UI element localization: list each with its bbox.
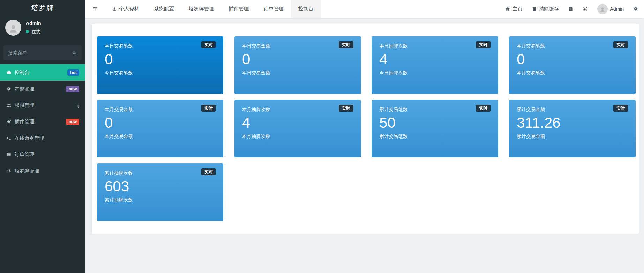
- stat-card-value: 311.26: [517, 115, 628, 131]
- sidebar-menu-item[interactable]: 塔罗牌管理: [0, 163, 85, 179]
- menu-item-label: 插件管理: [15, 119, 34, 125]
- stat-card-value: 0: [242, 51, 353, 68]
- menu-item-label: 在线命令管理: [15, 135, 44, 141]
- navbar-tab[interactable]: 控制台: [291, 0, 321, 18]
- sidebar-menu-item[interactable]: 订单管理: [0, 146, 85, 163]
- navbar-user-name: Admin: [610, 6, 624, 12]
- stat-card-value: 603: [105, 178, 216, 195]
- realtime-badge: 实时: [339, 41, 353, 48]
- person-icon: [8, 21, 19, 35]
- realtime-badge: 实时: [201, 168, 216, 175]
- stat-card-label: 累计交易金额: [517, 133, 628, 140]
- home-button[interactable]: 主页: [505, 6, 522, 12]
- user-name: Admin: [26, 21, 41, 26]
- stat-card-title: 累计交易笔数: [379, 105, 408, 113]
- stat-card[interactable]: 本月交易金额 实时 0 本月交易金额: [97, 100, 223, 157]
- expand-icon: [583, 6, 588, 12]
- stat-card-value: 50: [379, 115, 491, 131]
- menu-item-label: 订单管理: [15, 152, 34, 158]
- realtime-badge: 实时: [201, 105, 216, 112]
- sidebar-menu-item[interactable]: 权限管理 ‹: [0, 97, 85, 113]
- navbar-tab-label: 系统配置: [154, 6, 174, 12]
- stat-card-value: 0: [105, 51, 216, 68]
- sidebar-menu-item[interactable]: 常规管理 new: [0, 81, 85, 97]
- home-label: 主页: [513, 6, 522, 12]
- gear-icon: [633, 6, 638, 12]
- stat-card[interactable]: 本日交易笔数 实时 0 今日交易笔数: [97, 36, 223, 94]
- sidebar: 塔罗牌 Admin 在线 控制台 hot 常规管理 new: [0, 0, 85, 273]
- user-menu[interactable]: Admin: [597, 4, 624, 14]
- sidebar-menu-item[interactable]: 在线命令管理: [0, 130, 85, 146]
- rocket-icon: [6, 119, 15, 124]
- sidebar-search: [3, 45, 82, 60]
- navbar-tab[interactable]: 塔罗牌管理: [181, 0, 221, 18]
- chevron-left-icon: ‹: [77, 102, 79, 109]
- stat-card-title: 本日交易笔数: [105, 41, 133, 49]
- clear-cache-button[interactable]: 清除缓存: [532, 6, 559, 12]
- menu-item-label: 常规管理: [15, 86, 34, 92]
- stat-card-label: 本月交易笔数: [517, 70, 628, 76]
- sidebar-toggle-button[interactable]: [85, 0, 105, 18]
- tarot-icon: [6, 168, 15, 174]
- fullscreen-button[interactable]: [583, 6, 588, 12]
- stat-card[interactable]: 本月交易笔数 实时 0 本月交易笔数: [509, 36, 636, 94]
- stat-card-value: 0: [105, 115, 216, 131]
- stat-card-label: 今日交易笔数: [105, 70, 216, 76]
- navbar-tab[interactable]: 个人资料: [105, 0, 146, 18]
- main-column: 个人资料 系统配置 塔罗牌管理 插件管理 订单管理 控制台 主页: [85, 0, 644, 273]
- docs-icon: [568, 6, 573, 12]
- navbar-tab-label: 订单管理: [264, 6, 284, 12]
- stat-card[interactable]: 累计抽牌次数 实时 603 累计抽牌次数: [97, 163, 223, 221]
- stat-card-label: 本日交易金额: [242, 70, 353, 76]
- navbar-tab-label: 控制台: [298, 6, 314, 12]
- user-panel: Admin 在线: [0, 16, 85, 40]
- sidebar-menu-item[interactable]: 插件管理 new: [0, 113, 85, 130]
- menu-item-label: 控制台: [15, 69, 29, 76]
- stat-card-title: 本月交易笔数: [517, 41, 545, 49]
- sidebar-menu-item[interactable]: 控制台 hot: [0, 64, 85, 81]
- stat-card-label: 累计交易笔数: [379, 133, 491, 140]
- avatar: [597, 4, 608, 14]
- stat-card[interactable]: 累计交易笔数 实时 50 累计交易笔数: [372, 100, 498, 157]
- stat-card-value: 4: [242, 115, 353, 131]
- top-navbar: 个人资料 系统配置 塔罗牌管理 插件管理 订单管理 控制台 主页: [85, 0, 644, 18]
- person-icon: [599, 5, 606, 13]
- stat-card[interactable]: 本月抽牌次数 实时 4 本月抽牌次数: [234, 100, 361, 157]
- realtime-badge: 实时: [476, 41, 491, 48]
- realtime-badge: 实时: [339, 105, 353, 112]
- docs-button[interactable]: [568, 6, 573, 12]
- page-background: 本日交易笔数 实时 0 今日交易笔数 本日交易金额 实时 0 本日交易金额: [85, 18, 644, 273]
- navbar-tab[interactable]: 订单管理: [256, 0, 291, 18]
- search-icon[interactable]: [71, 50, 77, 56]
- navbar-tab-label: 插件管理: [229, 6, 249, 12]
- stat-card-label: 累计抽牌次数: [105, 197, 216, 203]
- stat-card-title: 本月抽牌次数: [242, 105, 270, 113]
- search-input[interactable]: [8, 50, 71, 56]
- stat-card-title: 本日抽牌次数: [379, 41, 408, 49]
- stat-card[interactable]: 本日抽牌次数 实时 4 今日抽牌次数: [372, 36, 498, 94]
- stat-card-label: 本月抽牌次数: [242, 133, 353, 140]
- hamburger-icon: [92, 6, 98, 12]
- menu-item-badge: hot: [67, 69, 79, 76]
- person-icon: [112, 7, 117, 12]
- navbar-tab-label: 塔罗牌管理: [189, 6, 214, 12]
- realtime-badge: 实时: [613, 105, 628, 112]
- stat-card[interactable]: 累计交易金额 实时 311.26 累计交易金额: [509, 100, 636, 157]
- stat-card-label: 今日抽牌次数: [379, 70, 491, 76]
- stat-card[interactable]: 本日交易金额 实时 0 本日交易金额: [234, 36, 361, 94]
- dashboard-panel: 本日交易笔数 实时 0 今日交易笔数 本日交易金额 实时 0 本日交易金额: [91, 24, 639, 234]
- navbar-tab[interactable]: 插件管理: [221, 0, 256, 18]
- navbar-tab[interactable]: 系统配置: [146, 0, 181, 18]
- user-status: 在线: [26, 29, 41, 35]
- realtime-badge: 实时: [201, 41, 216, 48]
- stats-card-grid: 本日交易笔数 实时 0 今日交易笔数 本日交易金额 实时 0 本日交易金额: [97, 36, 634, 221]
- cogs-icon: [6, 86, 15, 91]
- stat-card-title: 本日交易金额: [242, 41, 270, 49]
- terminal-icon: [6, 135, 15, 141]
- realtime-badge: 实时: [476, 105, 491, 112]
- brand-title: 塔罗牌: [0, 0, 85, 16]
- trash-icon: [532, 6, 537, 12]
- menu-item-label: 塔罗牌管理: [15, 168, 39, 174]
- users-icon: [6, 103, 15, 108]
- settings-button[interactable]: [633, 6, 638, 12]
